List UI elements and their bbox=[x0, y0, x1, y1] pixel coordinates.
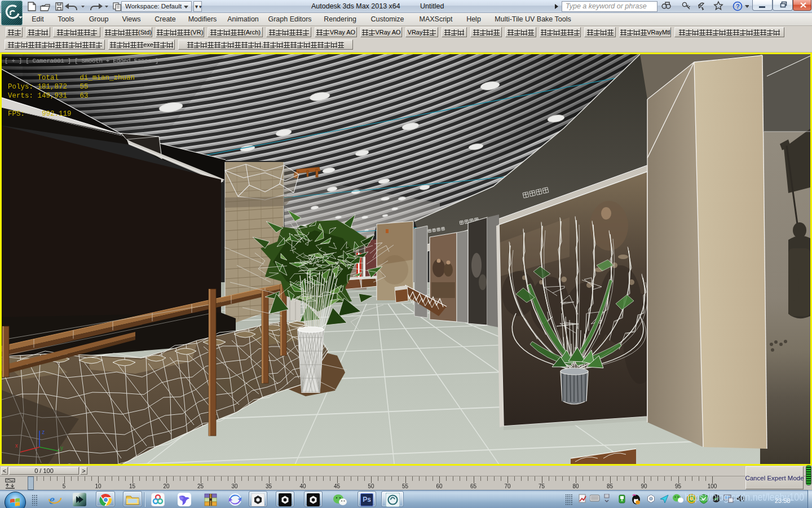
svg-text:?: ? bbox=[736, 3, 740, 10]
svg-text:Polys: 181,872 55: Polys: 181,872 55 bbox=[8, 83, 89, 91]
svg-text:e: e bbox=[49, 493, 55, 507]
svg-text:y: y bbox=[60, 445, 63, 451]
svg-text:Total di_mian_zhuan: Total di_mian_zhuan bbox=[8, 74, 135, 82]
svg-text:z: z bbox=[42, 429, 45, 435]
svg-text:[ + ] [ Camera001 ] [ Smooth +: [ + ] [ Camera001 ] [ Smooth + Edged Fac… bbox=[5, 58, 158, 64]
svg-text:FPS: 992.119: FPS: 992.119 bbox=[8, 110, 72, 118]
svg-text:Verts: 149,931 63: Verts: 149,931 63 bbox=[8, 92, 89, 100]
svg-text:x: x bbox=[15, 443, 18, 449]
